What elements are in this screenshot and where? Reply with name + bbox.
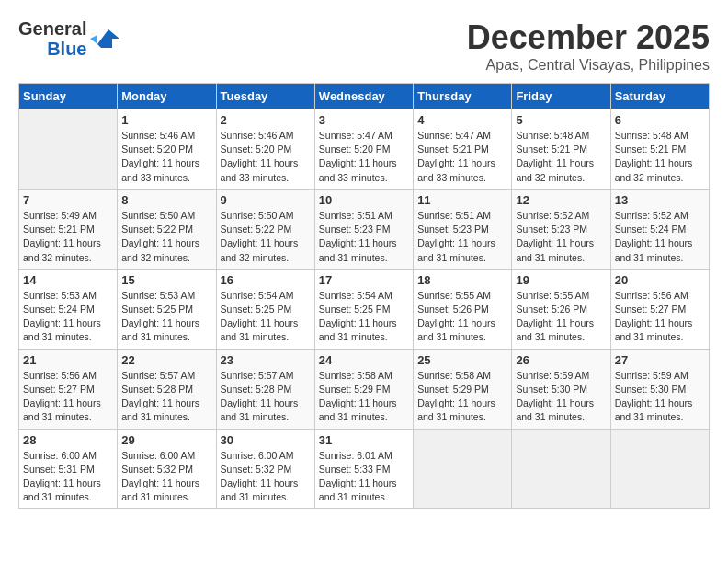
day-info: Sunrise: 5:56 AMSunset: 5:27 PMDaylight:… (615, 289, 705, 345)
calendar-cell: 30Sunrise: 6:00 AMSunset: 5:32 PMDayligh… (216, 429, 314, 509)
day-info: Sunrise: 5:52 AMSunset: 5:24 PMDaylight:… (615, 209, 705, 265)
day-info: Sunrise: 5:54 AMSunset: 5:25 PMDaylight:… (319, 289, 409, 345)
day-number: 4 (417, 113, 507, 127)
calendar-cell: 5Sunrise: 5:48 AMSunset: 5:21 PMDaylight… (512, 109, 610, 190)
day-info: Sunrise: 5:59 AMSunset: 5:30 PMDaylight:… (615, 369, 705, 425)
day-number: 5 (516, 113, 606, 127)
day-header-thursday: Thursday (414, 84, 512, 109)
calendar-cell: 6Sunrise: 5:48 AMSunset: 5:21 PMDaylight… (610, 109, 709, 190)
day-number: 23 (221, 353, 311, 367)
day-number: 18 (417, 273, 507, 287)
day-info: Sunrise: 5:53 AMSunset: 5:25 PMDaylight:… (121, 289, 211, 345)
calendar-cell: 28Sunrise: 6:00 AMSunset: 5:31 PMDayligh… (19, 429, 118, 509)
day-info: Sunrise: 6:00 AMSunset: 5:32 PMDaylight:… (121, 449, 211, 505)
day-info: Sunrise: 5:55 AMSunset: 5:26 PMDaylight:… (417, 289, 507, 345)
day-number: 7 (23, 193, 113, 207)
day-number: 25 (417, 353, 507, 367)
day-number: 28 (23, 433, 113, 447)
svg-marker-0 (97, 29, 119, 48)
calendar-body: 1Sunrise: 5:46 AMSunset: 5:20 PMDaylight… (19, 109, 710, 509)
day-number: 26 (516, 353, 606, 367)
calendar-cell: 31Sunrise: 6:01 AMSunset: 5:33 PMDayligh… (314, 429, 413, 509)
day-info: Sunrise: 5:53 AMSunset: 5:24 PMDaylight:… (23, 289, 113, 345)
calendar-table: SundayMondayTuesdayWednesdayThursdayFrid… (18, 83, 710, 509)
day-number: 10 (319, 193, 409, 207)
calendar-cell: 8Sunrise: 5:50 AMSunset: 5:22 PMDaylight… (118, 189, 216, 269)
calendar-cell: 19Sunrise: 5:55 AMSunset: 5:26 PMDayligh… (512, 269, 610, 349)
day-number: 3 (319, 113, 409, 127)
day-number: 22 (121, 353, 211, 367)
day-number: 16 (221, 273, 311, 287)
day-number: 30 (221, 433, 311, 447)
calendar-cell: 4Sunrise: 5:47 AMSunset: 5:21 PMDaylight… (414, 109, 512, 190)
day-info: Sunrise: 6:01 AMSunset: 5:33 PMDaylight:… (319, 449, 409, 505)
calendar-week-5: 28Sunrise: 6:00 AMSunset: 5:31 PMDayligh… (19, 429, 710, 509)
day-number: 12 (516, 193, 606, 207)
calendar-cell: 29Sunrise: 6:00 AMSunset: 5:32 PMDayligh… (118, 429, 216, 509)
day-info: Sunrise: 5:47 AMSunset: 5:21 PMDaylight:… (417, 129, 507, 185)
calendar-cell: 17Sunrise: 5:54 AMSunset: 5:25 PMDayligh… (314, 269, 413, 349)
calendar-cell: 24Sunrise: 5:58 AMSunset: 5:29 PMDayligh… (314, 349, 413, 429)
calendar-week-4: 21Sunrise: 5:56 AMSunset: 5:27 PMDayligh… (19, 349, 710, 429)
day-number: 24 (319, 353, 409, 367)
day-header-wednesday: Wednesday (314, 84, 413, 109)
day-number: 27 (615, 353, 705, 367)
day-info: Sunrise: 6:00 AMSunset: 5:31 PMDaylight:… (23, 449, 113, 505)
calendar-cell: 10Sunrise: 5:51 AMSunset: 5:23 PMDayligh… (314, 189, 413, 269)
title-area: December 2025 Apas, Central Visayas, Phi… (467, 18, 710, 74)
day-info: Sunrise: 5:52 AMSunset: 5:23 PMDaylight:… (516, 209, 606, 265)
calendar-cell: 11Sunrise: 5:51 AMSunset: 5:23 PMDayligh… (414, 189, 512, 269)
day-number: 11 (417, 193, 507, 207)
day-info: Sunrise: 5:54 AMSunset: 5:25 PMDaylight:… (221, 289, 311, 345)
day-number: 6 (615, 113, 705, 127)
calendar-cell: 2Sunrise: 5:46 AMSunset: 5:20 PMDaylight… (216, 109, 314, 190)
day-info: Sunrise: 5:59 AMSunset: 5:30 PMDaylight:… (516, 369, 606, 425)
day-number: 13 (615, 193, 705, 207)
day-info: Sunrise: 5:50 AMSunset: 5:22 PMDaylight:… (221, 209, 311, 265)
day-number: 17 (319, 273, 409, 287)
day-number: 14 (23, 273, 113, 287)
logo: General Blue (18, 18, 119, 59)
calendar-cell: 20Sunrise: 5:56 AMSunset: 5:27 PMDayligh… (610, 269, 709, 349)
calendar-cell: 12Sunrise: 5:52 AMSunset: 5:23 PMDayligh… (512, 189, 610, 269)
logo-general: General (18, 18, 86, 39)
svg-marker-1 (90, 35, 97, 44)
calendar-cell: 22Sunrise: 5:57 AMSunset: 5:28 PMDayligh… (118, 349, 216, 429)
day-info: Sunrise: 5:48 AMSunset: 5:21 PMDaylight:… (615, 129, 705, 185)
day-info: Sunrise: 5:57 AMSunset: 5:28 PMDaylight:… (221, 369, 311, 425)
calendar-cell: 25Sunrise: 5:58 AMSunset: 5:29 PMDayligh… (414, 349, 512, 429)
calendar-cell: 23Sunrise: 5:57 AMSunset: 5:28 PMDayligh… (216, 349, 314, 429)
day-info: Sunrise: 5:49 AMSunset: 5:21 PMDaylight:… (23, 209, 113, 265)
calendar-week-3: 14Sunrise: 5:53 AMSunset: 5:24 PMDayligh… (19, 269, 710, 349)
calendar-cell: 7Sunrise: 5:49 AMSunset: 5:21 PMDaylight… (19, 189, 118, 269)
calendar-cell: 16Sunrise: 5:54 AMSunset: 5:25 PMDayligh… (216, 269, 314, 349)
day-info: Sunrise: 5:55 AMSunset: 5:26 PMDaylight:… (516, 289, 606, 345)
day-header-tuesday: Tuesday (216, 84, 314, 109)
calendar-cell: 21Sunrise: 5:56 AMSunset: 5:27 PMDayligh… (19, 349, 118, 429)
day-header-saturday: Saturday (610, 84, 709, 109)
calendar-cell: 27Sunrise: 5:59 AMSunset: 5:30 PMDayligh… (610, 349, 709, 429)
calendar-week-1: 1Sunrise: 5:46 AMSunset: 5:20 PMDaylight… (19, 109, 710, 190)
day-number: 1 (121, 113, 211, 127)
day-number: 31 (319, 433, 409, 447)
calendar-header: SundayMondayTuesdayWednesdayThursdayFrid… (19, 84, 710, 109)
day-info: Sunrise: 5:51 AMSunset: 5:23 PMDaylight:… (417, 209, 507, 265)
day-info: Sunrise: 5:57 AMSunset: 5:28 PMDaylight:… (121, 369, 211, 425)
day-info: Sunrise: 5:47 AMSunset: 5:20 PMDaylight:… (319, 129, 409, 185)
calendar-week-2: 7Sunrise: 5:49 AMSunset: 5:21 PMDaylight… (19, 189, 710, 269)
day-info: Sunrise: 5:48 AMSunset: 5:21 PMDaylight:… (516, 129, 606, 185)
calendar-cell: 3Sunrise: 5:47 AMSunset: 5:20 PMDaylight… (314, 109, 413, 190)
calendar-cell (19, 109, 118, 190)
day-header-sunday: Sunday (19, 84, 118, 109)
page-subtitle: Apas, Central Visayas, Philippines (467, 57, 710, 74)
calendar-cell: 15Sunrise: 5:53 AMSunset: 5:25 PMDayligh… (118, 269, 216, 349)
day-number: 21 (23, 353, 113, 367)
day-info: Sunrise: 5:58 AMSunset: 5:29 PMDaylight:… (417, 369, 507, 425)
day-header-monday: Monday (118, 84, 216, 109)
day-info: Sunrise: 5:51 AMSunset: 5:23 PMDaylight:… (319, 209, 409, 265)
logo-blue: Blue (47, 39, 86, 59)
logo-icon (90, 26, 119, 52)
calendar-cell: 1Sunrise: 5:46 AMSunset: 5:20 PMDaylight… (118, 109, 216, 190)
calendar-cell: 18Sunrise: 5:55 AMSunset: 5:26 PMDayligh… (414, 269, 512, 349)
calendar-cell: 9Sunrise: 5:50 AMSunset: 5:22 PMDaylight… (216, 189, 314, 269)
